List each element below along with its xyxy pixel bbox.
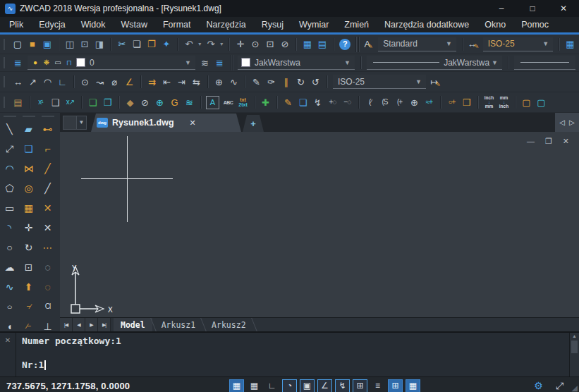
menu-item-okno[interactable]: Okno <box>477 17 513 32</box>
dim-baseline-icon[interactable]: ⇤ <box>159 75 174 90</box>
menu-item-widok[interactable]: Widok <box>73 17 114 32</box>
dim-style-apply-icon[interactable]: ↦✎ <box>428 75 443 90</box>
layer-freeze-sun-icon[interactable]: ❋ <box>41 55 52 70</box>
command-scrollbar[interactable]: ▲ <box>569 333 579 376</box>
spline-edit-icon[interactable]: (S <box>377 95 392 110</box>
copy-nested-icon[interactable]: ❏ <box>295 95 310 110</box>
window-minimize-icon[interactable]: – <box>486 0 517 17</box>
paste-icon[interactable]: ❐ <box>144 37 159 51</box>
dim-update-icon[interactable]: ↻ <box>293 75 308 90</box>
trim-icon[interactable]: −∕ <box>20 297 38 317</box>
frame-toggle-icon[interactable]: ▢ <box>519 95 534 110</box>
match-properties-icon[interactable]: ✦ <box>159 37 173 51</box>
table-icon[interactable]: ▦ <box>563 37 578 51</box>
mdi-close-icon[interactable]: ✕ <box>563 137 569 146</box>
menu-item-wymiar[interactable]: Wymiar <box>291 17 336 32</box>
menu-item-zmień[interactable]: Zmień <box>336 17 377 32</box>
mdi-restore-icon[interactable]: ❐ <box>545 137 552 146</box>
toolbar-grip[interactable] <box>42 116 54 117</box>
block-export-icon[interactable]: ❑ <box>48 95 63 110</box>
copy-icon[interactable]: ❏ <box>129 37 144 51</box>
window-close-icon[interactable]: ✕ <box>548 0 579 17</box>
dim-linear-icon[interactable]: ↔ <box>11 75 25 90</box>
move-icon[interactable]: ✛ <box>20 218 38 238</box>
tab-scroll-left-icon[interactable]: ◁ <box>559 118 566 127</box>
break-icon[interactable]: ✕ <box>39 198 57 218</box>
layout-tab-arkusz1[interactable]: Arkusz1 <box>154 318 202 331</box>
open-icon[interactable]: ■ <box>25 37 39 51</box>
tab-scroll-right-icon[interactable]: ▷ <box>568 118 575 127</box>
point-style-icon[interactable]: ◌ <box>39 277 57 297</box>
toolbar-grip[interactable] <box>4 76 7 87</box>
resize-grip[interactable]: ◢ <box>572 384 578 392</box>
polygon-icon[interactable]: ⬠ <box>1 178 19 198</box>
print-icon[interactable]: ◫ <box>62 37 77 51</box>
redo-icon[interactable]: ↷ <box>203 37 218 51</box>
scroll-up-icon[interactable]: ▲ <box>572 333 577 340</box>
dim-reassociate-icon[interactable]: ↺ <box>308 75 323 90</box>
pan-icon[interactable]: ✛ <box>233 37 248 51</box>
fillet-arc-icon[interactable]: ◝ <box>1 218 19 238</box>
layer-plot-icon[interactable]: ▭ <box>52 55 63 70</box>
mdi-minimize-icon[interactable]: — <box>527 137 535 146</box>
menu-item-narzędzia[interactable]: Narzędzia <box>199 17 254 32</box>
toolbar-grip[interactable] <box>4 97 7 108</box>
polygon-edit-icon[interactable]: ⊕ <box>407 95 422 110</box>
zoom-realtime-icon[interactable]: ⊙ <box>248 37 262 51</box>
layout-tools-icon[interactable]: ❒ <box>459 95 474 110</box>
dim-continue-icon[interactable]: ⇥ <box>174 75 189 90</box>
settings-gear-icon[interactable]: ⚙ <box>531 379 547 392</box>
frame-edit-icon[interactable]: ▢ <box>534 95 549 110</box>
txt-2txt-icon[interactable]: txt2txt <box>236 95 250 110</box>
menu-item-edycja[interactable]: Edycja <box>31 17 73 32</box>
erase-icon[interactable]: ▰ <box>20 119 38 139</box>
toolbar-grip[interactable] <box>4 57 7 68</box>
spline-icon[interactable]: ∿ <box>1 277 19 297</box>
block-editor-icon[interactable]: ✎ <box>281 95 295 110</box>
menu-item-rysuj[interactable]: Rysuj <box>254 17 291 32</box>
menu-item-plik[interactable]: Plik <box>1 17 31 32</box>
undo-list-icon[interactable]: ▾ <box>196 37 203 51</box>
window-maximize-icon[interactable]: □ <box>517 0 548 17</box>
gradient-icon[interactable]: G <box>167 95 182 110</box>
region-icon[interactable]: ⊕ <box>152 95 167 110</box>
ray-icon[interactable]: ╱ <box>39 178 57 198</box>
text-style-manager-icon[interactable]: A✎ <box>361 37 376 51</box>
dim-quick-icon[interactable]: ⇉ <box>145 75 159 90</box>
plot-export-icon[interactable]: ◨ <box>92 37 106 51</box>
layer-dropdown[interactable]: ●❋▭⊓ 0 ▼ <box>28 56 195 70</box>
undo-icon[interactable]: ↶ <box>181 37 196 51</box>
fit-curve-icon[interactable]: ≈+ <box>422 95 437 110</box>
layer-lock-icon[interactable]: ⊓ <box>63 55 75 70</box>
dynamic-input-icon[interactable]: ⊞ <box>353 379 367 392</box>
mtext-icon[interactable]: ABC <box>221 95 236 110</box>
vertex-add-icon[interactable]: (+ <box>392 95 407 110</box>
circle-icon[interactable]: ○ <box>1 238 19 257</box>
break-at-point-icon[interactable]: ✕ <box>39 218 57 238</box>
quick-properties-icon[interactable]: ⊞ <box>388 379 403 392</box>
dim-ordinate-icon[interactable]: ∟ <box>55 75 70 90</box>
mirror-icon[interactable]: ⋈ <box>20 159 38 178</box>
drawing-canvas[interactable]: —❐✕ Y X <box>60 132 579 317</box>
arc-icon[interactable]: ◠ <box>1 159 19 178</box>
xref-attach-icon[interactable]: ❐ <box>100 95 115 110</box>
hatch-icon[interactable]: ◆ <box>123 95 138 110</box>
viewport-dropdown-button[interactable]: ▼ <box>63 116 87 130</box>
object-track-icon[interactable]: ∠ <box>317 379 332 392</box>
dim-center-mark-icon[interactable]: ⊕ <box>212 75 226 90</box>
properties-palette-icon[interactable]: ▦ <box>300 37 315 51</box>
menu-item-wstaw[interactable]: Wstaw <box>113 17 155 32</box>
print-preview-icon[interactable]: ⊡ <box>77 37 92 51</box>
layout-next-icon[interactable]: ▶ <box>85 318 98 331</box>
menu-item-pomoc[interactable]: Pomoc <box>513 17 556 32</box>
dim-diameter-icon[interactable]: ⌀ <box>107 75 122 90</box>
scale-icon[interactable]: ⊡ <box>20 257 38 277</box>
lineweight-dropdown[interactable] <box>514 56 575 70</box>
lineweight-icon[interactable]: ≡ <box>370 379 385 392</box>
dim-oblique-icon[interactable]: ∥ <box>279 75 293 90</box>
selection-remove-icon[interactable]: −◌ <box>340 95 355 110</box>
annotation-scale-icon[interactable]: x¹ <box>33 95 48 110</box>
dim-text-edit-icon[interactable]: ✑ <box>264 75 279 90</box>
mm-to-inch-icon[interactable]: mm↓inch <box>496 95 511 110</box>
linetype-dropdown[interactable]: JakWarstwa ▼ <box>367 56 502 70</box>
